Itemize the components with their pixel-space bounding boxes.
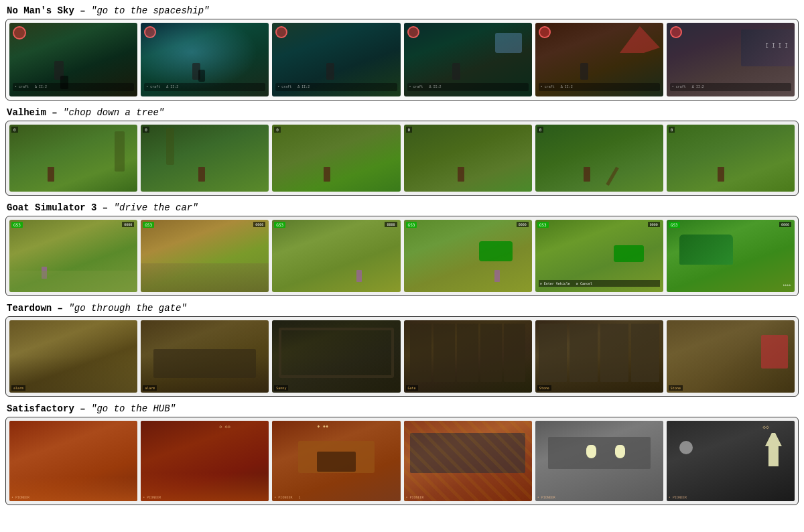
teardown-task: "go through the gate": [68, 303, 186, 314]
val-label-5: 0: [537, 127, 544, 133]
td-screenshot-5: Stone: [535, 320, 663, 393]
gs-car: [679, 235, 733, 265]
satisfactory-task: "go to the HUB": [91, 403, 176, 414]
nms-hud-text-6: I I I I: [765, 43, 788, 49]
section-goat: Goat Simulator 3 – "drive the car" GS3 0…: [5, 202, 799, 296]
sat-hud-2: • PIONEER: [143, 495, 161, 499]
sat-icon-6: ◇◇: [762, 424, 769, 430]
gs-screenshot-2: GS3 0000: [141, 220, 269, 292]
nms-game-name: No Man's Sky: [7, 5, 74, 16]
val-character-2: [198, 167, 205, 182]
goat-game-name: Goat Simulator 3: [7, 202, 96, 213]
val-tree-2: [166, 128, 174, 165]
gs-hud-3: GS3: [274, 222, 285, 228]
gs-character-3: [356, 270, 362, 282]
td-sky-1: [9, 320, 137, 393]
section-valheim: Valheim – "chop down a tree" 0 0 0 0: [5, 107, 799, 196]
nms-screenshots: • craft Δ II:2 • craft Δ II:2 • craft Δ …: [5, 19, 799, 101]
gs-hud-1: GS3: [11, 222, 23, 228]
nms-hud-2: • craft Δ II:2: [144, 83, 265, 91]
td-label-4: Gate: [406, 385, 418, 391]
gs-screenshot-1: GS3 0000: [9, 220, 137, 292]
nms-ship-4: [495, 33, 522, 53]
goat-separator: –: [96, 202, 113, 213]
nms-character-2: [192, 63, 200, 80]
goat-screenshots: GS3 0000 GS3 0000 GS3 0000 GS3 0000: [5, 216, 799, 296]
gs-score-5: 0000: [648, 222, 660, 227]
sat-light-2: [615, 445, 625, 458]
sat-screenshot-5: • PIONEER: [535, 421, 663, 501]
gs-hud-4: GS3: [406, 222, 417, 228]
td-building-2: [153, 349, 256, 378]
val-screenshot-2: 0: [141, 125, 269, 192]
gs-road-2: [141, 263, 269, 292]
teardown-separator: –: [52, 303, 68, 314]
gs-small-hud: ▶▶▶▶: [783, 283, 791, 287]
val-character-6: [718, 167, 724, 182]
sat-screenshot-6: ◇◇ • PIONEER: [667, 421, 795, 501]
sat-hud-4: • PIONEER: [406, 495, 424, 499]
nms-character-1: [54, 61, 64, 80]
gs-score-3: 0000: [385, 222, 397, 227]
nms-separator: –: [74, 5, 91, 16]
valheim-task: "chop down a tree": [63, 107, 164, 118]
satisfactory-separator: –: [74, 403, 91, 414]
teardown-screenshots: alarm alarm Sanny: [5, 316, 799, 397]
gs-screenshot-4: GS3 0000: [404, 220, 532, 292]
nms-screenshot-6: I I I I • craft Δ II:2: [667, 23, 795, 96]
goat-title: Goat Simulator 3 – "drive the car": [5, 202, 799, 213]
teardown-game-name: Teardown: [7, 303, 52, 314]
satisfactory-game-name: Satisfactory: [7, 403, 74, 414]
gs-hud-6: GS3: [669, 222, 680, 228]
gs-character-4: [494, 270, 500, 282]
nms-task: "go to the spaceship": [91, 5, 209, 16]
nms-hud-3: • craft Δ II:2: [275, 83, 397, 91]
sat-screenshot-3: ♦ ♦♦ • PIONEER 1: [272, 421, 400, 501]
nms-hud-1: • craft Δ II:2: [13, 83, 134, 91]
sat-ceiling-5: [548, 437, 651, 469]
td-fence-4: [410, 324, 525, 381]
val-character-1: [48, 167, 54, 182]
td-label-5: Stone: [537, 385, 551, 391]
val-tree-1: [115, 131, 125, 172]
nms-character-4: [452, 63, 460, 80]
sat-screenshot-2: ◇ ◇◇ • PIONEER: [141, 421, 269, 501]
td-label-6: Stone: [669, 385, 683, 391]
nms-ship-5: [620, 26, 660, 53]
gs-ground-1: [9, 271, 137, 292]
val-label-6: 0: [669, 127, 675, 133]
satisfactory-title: Satisfactory – "go to the HUB": [5, 403, 799, 414]
nms-character-5: [580, 63, 588, 80]
section-nms: No Man's Sky – "go to the spaceship" • c…: [5, 5, 799, 101]
valheim-separator: –: [46, 107, 63, 118]
section-satisfactory: Satisfactory – "go to the HUB" • PIONEER…: [5, 403, 799, 505]
td-screenshot-4: Gate: [404, 320, 532, 393]
sat-light-1: [586, 445, 596, 458]
val-screenshot-4: 0: [404, 125, 532, 192]
sat-hud-1: • PIONEER: [11, 495, 29, 499]
sat-hud-6: • PIONEER: [669, 495, 687, 499]
nms-icon-3: [275, 26, 287, 38]
val-label-3: 0: [274, 127, 281, 133]
td-car-6: [761, 335, 788, 369]
main-container: No Man's Sky – "go to the spaceship" • c…: [5, 5, 799, 505]
gs-score-2: 0000: [253, 222, 265, 227]
td-fence-5: [539, 324, 659, 381]
nms-screenshot-2: • craft Δ II:2: [141, 23, 269, 96]
td-label-1: alarm: [11, 385, 25, 391]
valheim-game-name: Valheim: [7, 107, 46, 118]
val-label-1: 0: [11, 127, 18, 133]
gs-tent-5: [614, 245, 644, 262]
val-screenshot-3: 0: [272, 125, 400, 192]
nms-icon-4: [407, 26, 419, 38]
val-character-5: [584, 167, 590, 182]
val-screenshot-5: 0: [535, 125, 663, 192]
valheim-title: Valheim – "chop down a tree": [5, 107, 799, 118]
val-falling-tree: [606, 167, 618, 186]
nms-hud-5: • craft Δ II:2: [539, 83, 660, 91]
valheim-screenshots: 0 0 0 0 0 0: [5, 121, 799, 196]
td-label-2: alarm: [143, 385, 157, 391]
sat-hud-5: • PIONEER: [537, 495, 555, 499]
sat-sphere: [679, 441, 693, 454]
teardown-title: Teardown – "go through the gate": [5, 303, 799, 314]
